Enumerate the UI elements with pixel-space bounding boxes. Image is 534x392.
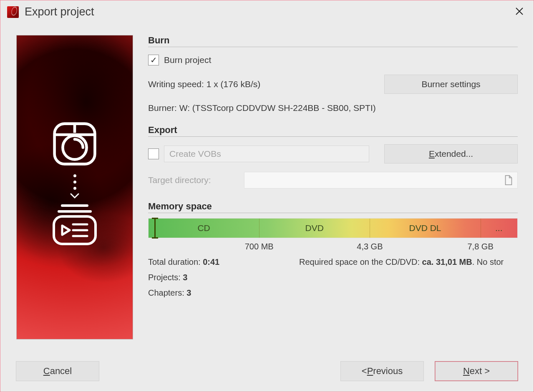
window-title: Export project [25, 5, 94, 18]
target-directory-label: Target directory: [148, 175, 239, 185]
divider [148, 213, 518, 213]
export-heading: Export [148, 125, 518, 136]
divider [148, 136, 518, 137]
burn-project-checkbox[interactable] [148, 55, 159, 65]
memory-bar: CD DVD DVD DL ... 700 MB 4,3 GB 7,8 GB [148, 218, 518, 238]
titlebar: Export project [0, 0, 534, 23]
create-vobs-select: Create VOBs [164, 146, 369, 162]
zone-cd: CD [149, 219, 259, 238]
burn-project-label: Burn project [164, 55, 211, 65]
projects-count: Projects: 3 [148, 273, 518, 282]
zone-dvddl: DVD DL [370, 219, 480, 238]
tick-cd: 700 MB [245, 242, 274, 251]
chapters-count: Chapters: 3 [148, 288, 518, 298]
tick-dvddl: 7,8 GB [467, 242, 493, 251]
wizard-illustration [16, 35, 133, 339]
target-directory-input [244, 172, 518, 188]
divider [148, 47, 518, 47]
browse-folder-icon [504, 175, 513, 186]
total-duration: Total duration: 0:41 [148, 257, 294, 267]
burn-heading: Burn [148, 35, 518, 46]
burner-info: Burner: W: (TSSTcorp CDDVDW SH-224BB - S… [148, 103, 518, 113]
footer-buttons: Cancel < Previous Next > [16, 361, 518, 381]
close-icon[interactable] [513, 5, 526, 19]
app-icon [7, 6, 19, 18]
required-space: Required space on the CD/DVD: ca. 31,01 … [299, 257, 504, 267]
burner-settings-button[interactable]: Burner settings [384, 75, 518, 94]
zone-dvd: DVD [259, 219, 370, 238]
writing-speed-text: Writing speed: 1 x (176 kB/s) [148, 79, 379, 89]
disc-icon [52, 121, 98, 167]
create-vobs-checkbox [148, 148, 159, 159]
zone-over: ... [481, 219, 517, 238]
cancel-button[interactable]: Cancel [16, 361, 99, 381]
extended-button[interactable]: Extended... [384, 144, 518, 163]
tick-dvd: 4,3 GB [357, 242, 383, 251]
playlist-icon [50, 202, 100, 248]
flow-dots-icon [70, 174, 79, 199]
previous-button[interactable]: < Previous [340, 361, 424, 381]
memory-heading: Memory space [148, 201, 518, 212]
next-button[interactable]: Next > [435, 361, 518, 381]
